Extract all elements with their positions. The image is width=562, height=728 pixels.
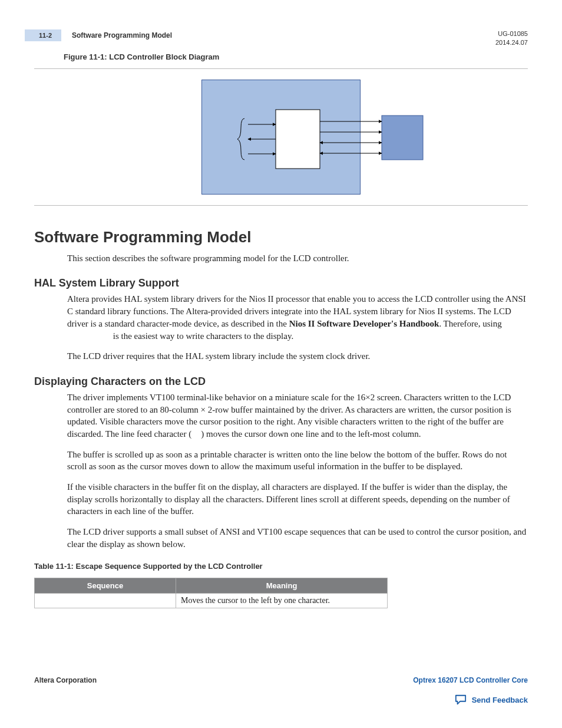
running-header-title: Software Programming Model [72,31,172,39]
col-sequence: Sequence [35,578,176,594]
disp-p1-b: ) moves the cursor down one line and to … [201,429,421,439]
page-number-tag: 11-2 [25,29,61,41]
cell-meaning: Moves the cursor to the left by one char… [176,594,388,608]
doc-date: 2014.24.07 [495,38,528,47]
figure-area [34,68,528,206]
table-caption: Table 11-1: Escape Sequence Supported by… [34,562,528,571]
hal-p1-c: is the easiest way to write characters t… [111,331,293,341]
table-header-row: Sequence Meaning [35,578,388,594]
escape-sequence-table: Sequence Meaning Moves the cursor to the… [34,578,388,608]
disp-p3: If the visible characters in the buffer … [67,481,528,518]
disp-p2: The buffer is scrolled up as soon as a p… [67,449,528,473]
block-diagram [201,80,361,195]
header-left: 11-2 Software Programming Model [34,29,172,41]
feedback-icon [454,694,467,706]
hal-p1: Altera provides HAL system library drive… [67,293,528,342]
disp-p4: The LCD driver supports a small subset o… [67,526,528,550]
display-heading: Displaying Characters on the LCD [34,375,528,388]
page-footer: Altera Corporation Optrex 16207 LCD Cont… [34,676,528,706]
header-right: UG-01085 2014.24.07 [495,29,528,48]
section-intro: This section describes the software prog… [67,252,528,265]
col-meaning: Meaning [176,578,388,594]
hal-handbook-ref: Nios II Software Developer's Handbook [289,319,439,328]
diagram-right [202,80,438,195]
ext-block [382,116,423,160]
footer-line: Altera Corporation Optrex 16207 LCD Cont… [34,676,528,684]
footer-core-link[interactable]: Optrex 16207 LCD Controller Core [413,676,528,684]
table-row: Moves the cursor to the left by one char… [35,594,388,608]
page-header: 11-2 Software Programming Model UG-01085… [34,29,528,48]
hal-p2: The LCD driver requires that the HAL sys… [67,350,528,363]
hal-p1-b: . Therefore, using [439,319,501,328]
hal-heading: HAL System Library Support [34,277,528,289]
footer-company: Altera Corporation [34,676,97,684]
send-feedback-link[interactable]: Send Feedback [34,694,528,706]
figure-caption: Figure 11-1: LCD Controller Block Diagra… [64,52,528,61]
section-heading-major: Software Programming Model [34,228,528,246]
disp-p1: The driver implements VT100 terminal-lik… [67,391,528,440]
doc-id: UG-01085 [495,29,528,38]
cell-sequence [35,594,176,608]
feedback-label: Send Feedback [472,696,528,704]
